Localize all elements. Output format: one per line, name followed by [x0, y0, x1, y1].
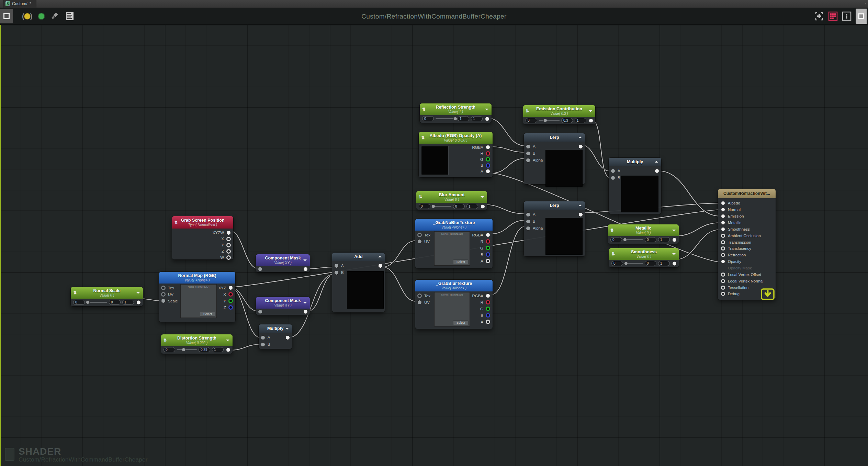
value-box[interactable]: 1 [458, 116, 469, 121]
node-multiply-1[interactable]: MultiplyAB [259, 324, 292, 349]
normal-map-in-scale[interactable] [161, 299, 166, 303]
normal-map-in-uv[interactable] [161, 292, 166, 297]
component-mask-1-output-port[interactable] [303, 267, 308, 271]
node-grab-no-blur-texture[interactable]: _GrabNoBlurTextureValue( <None> )TexUVNo… [415, 219, 493, 268]
select-texture-button[interactable]: Select [453, 259, 469, 264]
slider-knob[interactable] [543, 119, 547, 122]
grab-blur-texture-out-b[interactable] [486, 313, 490, 318]
node-albedo-color[interactable]: ⇅Albedo (RGB) Opacity (A)Value( 0,0,0,0 … [419, 132, 493, 177]
sort-handle-icon[interactable]: ⇅ [421, 135, 425, 140]
value-box[interactable]: 0 [164, 347, 175, 352]
grab-blur-texture-out-r[interactable] [486, 300, 490, 304]
albedo-color-out-rgba[interactable] [486, 145, 490, 149]
chevron-up-icon[interactable] [378, 254, 382, 257]
value-box[interactable]: 0 [610, 237, 622, 242]
metallic-output-port[interactable] [672, 237, 677, 242]
chevron-down-icon[interactable] [285, 328, 289, 331]
node-distortion-strength[interactable]: ⇅Distortion StrengthValue( 0.292 )00.291 [161, 334, 233, 354]
slider-track[interactable] [625, 263, 643, 264]
master-in-smoothness[interactable] [721, 227, 725, 231]
grab-screen-position-out-xyzw[interactable] [226, 231, 231, 235]
clean-graph-button[interactable] [50, 12, 59, 21]
select-texture-button[interactable]: Select [200, 312, 215, 317]
info-button[interactable] [842, 11, 852, 21]
sort-handle-icon[interactable]: ⇅ [174, 220, 178, 225]
lerp-2-in-a[interactable] [526, 212, 530, 217]
slider-track[interactable] [177, 349, 197, 350]
albedo-color-out-b[interactable] [486, 163, 490, 168]
node-header[interactable]: ⇅Normal ScaleValue( 0 ) [71, 287, 143, 299]
color-swatch[interactable] [421, 146, 448, 175]
chevron-down-icon[interactable] [672, 230, 676, 233]
node-header[interactable]: _GrabNoBlurTextureValue( <None> ) [415, 219, 493, 231]
value-box[interactable]: 0 [419, 204, 430, 209]
grab-blur-texture-in-tex[interactable] [417, 293, 422, 298]
node-header[interactable]: ⇅Albedo (RGB) Opacity (A)Value( 0,0,0,0 … [419, 132, 493, 144]
node-header[interactable]: ⇅Reflection StrengthValue( 1 ) [420, 103, 492, 115]
chevron-down-icon[interactable] [485, 109, 488, 112]
node-header[interactable]: _GrabBlurTextureValue( <None> ) [415, 280, 493, 291]
master-in-normal[interactable] [721, 208, 725, 212]
sort-handle-icon[interactable]: ⇅ [526, 109, 529, 113]
node-header[interactable]: ⇅Blur AmountValue( 0 ) [416, 191, 487, 203]
node-header[interactable]: Component MaskValue( XY ) [256, 297, 310, 309]
grab-no-blur-texture-out-rgba[interactable] [486, 233, 490, 237]
add-in-a[interactable] [334, 264, 339, 268]
lerp-1-in-a[interactable] [526, 144, 530, 149]
master-in-emission[interactable] [721, 214, 725, 218]
grab-no-blur-texture-out-a[interactable] [486, 259, 490, 263]
node-header[interactable]: ⇅MetallicValue( 0 ) [608, 224, 679, 236]
chevron-up-icon[interactable] [578, 135, 582, 138]
grab-screen-position-out-x[interactable] [226, 237, 231, 241]
chevron-down-icon[interactable] [226, 340, 229, 343]
grab-screen-position-out-w[interactable] [226, 255, 231, 260]
blur-amount-output-port[interactable] [481, 204, 485, 209]
master-in-opacity[interactable] [721, 259, 725, 264]
component-mask-2-output-port[interactable] [303, 310, 308, 314]
node-grab-blur-texture[interactable]: _GrabBlurTextureValue( <None> )TexUVNone… [415, 280, 493, 329]
normal-map-in-tex[interactable] [161, 286, 166, 290]
node-master-node[interactable]: Custom/RefractionWit...AlbedoNormalEmiss… [718, 189, 776, 300]
node-lerp-2[interactable]: LerpABAlpha [524, 201, 585, 256]
normal-map-out-z[interactable] [228, 305, 233, 310]
select-texture-button[interactable]: Select [453, 320, 469, 325]
focus-selection-button[interactable] [814, 11, 824, 21]
master-in-debug[interactable] [721, 292, 725, 296]
value-box[interactable]: 0 [73, 300, 85, 305]
slider-track[interactable] [624, 239, 643, 240]
node-header[interactable]: Component MaskValue( XY ) [256, 254, 310, 266]
grab-no-blur-texture-out-g[interactable] [486, 246, 490, 250]
node-normal-map[interactable]: Normal Map (RGB)Value( <None> )TexUVScal… [159, 272, 235, 322]
chevron-down-icon[interactable] [672, 253, 676, 257]
normal-map-out-y[interactable] [228, 299, 233, 303]
slider-knob[interactable] [624, 262, 628, 265]
grab-blur-texture-out-a[interactable] [486, 320, 490, 324]
chevron-up-icon[interactable] [655, 159, 658, 163]
box-select-button[interactable] [0, 9, 13, 23]
download-icon[interactable] [760, 288, 775, 300]
node-grab-screen-position[interactable]: ⇅Grab Screen PositionType( Normalized )X… [172, 216, 233, 259]
value-box[interactable]: 0 [645, 237, 656, 242]
grab-no-blur-texture-out-b[interactable] [486, 252, 490, 257]
node-header[interactable]: ⇅Emission ContributionValue( 0.3 ) [523, 105, 595, 117]
sort-handle-icon[interactable]: ⇅ [611, 252, 615, 256]
master-in-albedo[interactable] [721, 201, 725, 205]
slider-knob[interactable] [453, 117, 457, 121]
slider-track[interactable] [539, 120, 560, 121]
grab-blur-texture-out-g[interactable] [486, 307, 490, 311]
multiply-2-in-b[interactable] [611, 176, 615, 180]
node-header[interactable]: Multiply [609, 158, 661, 166]
albedo-color-out-g[interactable] [486, 157, 490, 162]
value-box[interactable]: 1 [658, 261, 670, 266]
node-header[interactable]: Multiply [259, 324, 292, 333]
chevron-up-icon[interactable] [578, 203, 582, 206]
distortion-strength-output-port[interactable] [226, 347, 230, 352]
node-header[interactable]: ⇅SmoothnessValue( 0 ) [609, 248, 679, 260]
albedo-color-out-a[interactable] [486, 169, 490, 174]
value-box[interactable]: 1 [575, 118, 586, 123]
chevron-down-icon[interactable] [303, 259, 307, 263]
chevron-down-icon[interactable] [481, 196, 484, 200]
normal-map-out-x[interactable] [228, 292, 233, 297]
node-header[interactable]: Lerp [524, 133, 585, 142]
master-in-transmission[interactable] [721, 240, 725, 244]
